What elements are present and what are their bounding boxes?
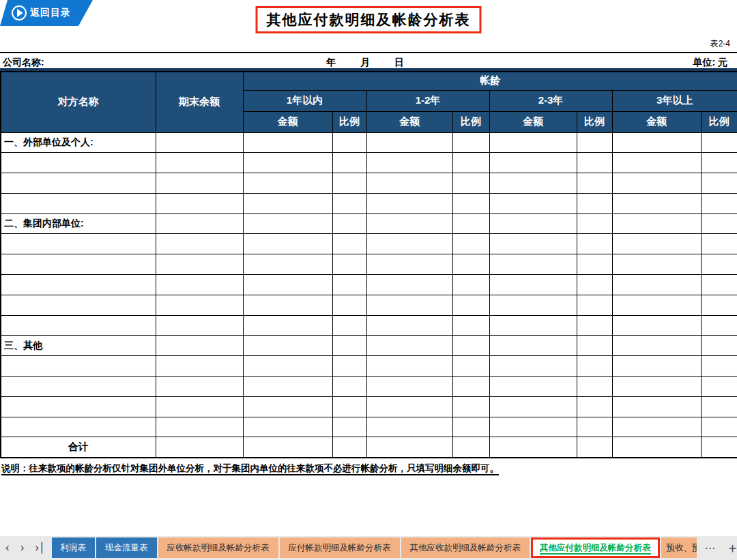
data-cell[interactable]	[452, 234, 489, 254]
data-cell[interactable]	[366, 377, 452, 397]
data-cell[interactable]	[612, 396, 701, 417]
data-cell[interactable]	[452, 396, 489, 417]
data-cell[interactable]	[156, 437, 243, 458]
col-header-amount[interactable]: 金额	[366, 111, 452, 132]
data-cell[interactable]	[701, 377, 737, 397]
data-cell[interactable]	[332, 213, 366, 234]
data-cell[interactable]	[612, 275, 701, 295]
row-label-cell[interactable]	[1, 153, 156, 173]
data-cell[interactable]	[612, 193, 701, 213]
data-cell[interactable]	[612, 254, 701, 275]
data-cell[interactable]	[612, 173, 701, 194]
data-cell[interactable]	[243, 173, 332, 194]
col-header-bucket-2[interactable]: 1-2年	[366, 90, 489, 111]
data-cell[interactable]	[156, 213, 243, 234]
data-cell[interactable]	[156, 234, 243, 254]
data-cell[interactable]	[366, 295, 452, 315]
data-cell[interactable]	[577, 193, 612, 213]
data-cell[interactable]	[332, 315, 366, 336]
row-label-cell[interactable]	[1, 356, 156, 377]
data-cell[interactable]	[701, 173, 737, 194]
data-cell[interactable]	[577, 132, 612, 153]
data-cell[interactable]	[366, 396, 452, 417]
add-sheet-button[interactable]: ＋	[726, 539, 737, 557]
col-header-amount[interactable]: 金额	[489, 111, 577, 132]
data-cell[interactable]	[243, 153, 332, 173]
data-cell[interactable]	[612, 437, 701, 458]
data-cell[interactable]	[577, 173, 612, 194]
row-label-cell[interactable]: 合计	[1, 437, 156, 458]
data-cell[interactable]	[452, 356, 489, 377]
data-cell[interactable]	[243, 336, 332, 356]
data-cell[interactable]	[489, 132, 577, 153]
data-cell[interactable]	[366, 315, 452, 336]
data-cell[interactable]	[243, 417, 332, 437]
data-cell[interactable]	[243, 234, 332, 254]
data-cell[interactable]	[332, 417, 366, 437]
data-cell[interactable]	[701, 437, 737, 458]
data-cell[interactable]	[577, 275, 612, 295]
data-cell[interactable]	[577, 295, 612, 315]
row-label-cell[interactable]	[1, 295, 156, 315]
data-cell[interactable]	[701, 254, 737, 275]
data-cell[interactable]	[243, 377, 332, 397]
data-cell[interactable]	[612, 234, 701, 254]
data-cell[interactable]	[243, 275, 332, 295]
data-cell[interactable]	[452, 173, 489, 194]
data-cell[interactable]	[452, 377, 489, 397]
data-cell[interactable]	[366, 437, 452, 458]
data-cell[interactable]	[366, 356, 452, 377]
data-cell[interactable]	[612, 336, 701, 356]
data-cell[interactable]	[452, 254, 489, 275]
data-cell[interactable]	[612, 356, 701, 377]
data-cell[interactable]	[332, 132, 366, 153]
data-cell[interactable]	[577, 437, 612, 458]
data-cell[interactable]	[156, 336, 243, 356]
data-cell[interactable]	[156, 153, 243, 173]
row-label-cell[interactable]	[1, 234, 156, 254]
sheet-tab[interactable]: 利润表	[52, 537, 96, 558]
data-cell[interactable]	[332, 336, 366, 356]
col-header-counterparty[interactable]: 对方名称	[1, 72, 156, 132]
data-cell[interactable]	[366, 193, 452, 213]
col-header-aging[interactable]: 帐龄	[243, 72, 737, 90]
return-to-directory-button[interactable]: 返回目录	[0, 0, 93, 26]
data-cell[interactable]	[452, 275, 489, 295]
data-cell[interactable]	[701, 336, 737, 356]
data-cell[interactable]	[489, 336, 577, 356]
more-sheets-button[interactable]: ⋯	[705, 542, 717, 555]
data-cell[interactable]	[243, 254, 332, 275]
next-sheet-button[interactable]: ›	[20, 537, 25, 558]
row-label-cell[interactable]: 三、其他	[1, 336, 156, 356]
data-cell[interactable]	[701, 132, 737, 153]
data-cell[interactable]	[332, 254, 366, 275]
row-label-cell[interactable]	[1, 275, 156, 295]
data-cell[interactable]	[243, 213, 332, 234]
data-cell[interactable]	[243, 437, 332, 458]
data-cell[interactable]	[452, 132, 489, 153]
col-header-ending-balance[interactable]: 期末余额	[156, 72, 243, 132]
data-cell[interactable]	[332, 437, 366, 458]
data-cell[interactable]	[577, 336, 612, 356]
data-cell[interactable]	[366, 153, 452, 173]
data-cell[interactable]	[489, 377, 577, 397]
data-cell[interactable]	[701, 234, 737, 254]
data-cell[interactable]	[577, 396, 612, 417]
data-cell[interactable]	[489, 153, 577, 173]
data-cell[interactable]	[701, 213, 737, 234]
data-cell[interactable]	[243, 132, 332, 153]
data-cell[interactable]	[452, 437, 489, 458]
data-cell[interactable]	[332, 396, 366, 417]
data-cell[interactable]	[489, 193, 577, 213]
data-cell[interactable]	[577, 356, 612, 377]
data-cell[interactable]	[577, 377, 612, 397]
data-cell[interactable]	[577, 153, 612, 173]
data-cell[interactable]	[156, 275, 243, 295]
data-cell[interactable]	[332, 173, 366, 194]
data-cell[interactable]	[366, 234, 452, 254]
data-cell[interactable]	[701, 193, 737, 213]
data-cell[interactable]	[489, 275, 577, 295]
data-cell[interactable]	[577, 234, 612, 254]
data-cell[interactable]	[366, 417, 452, 437]
data-cell[interactable]	[612, 417, 701, 437]
